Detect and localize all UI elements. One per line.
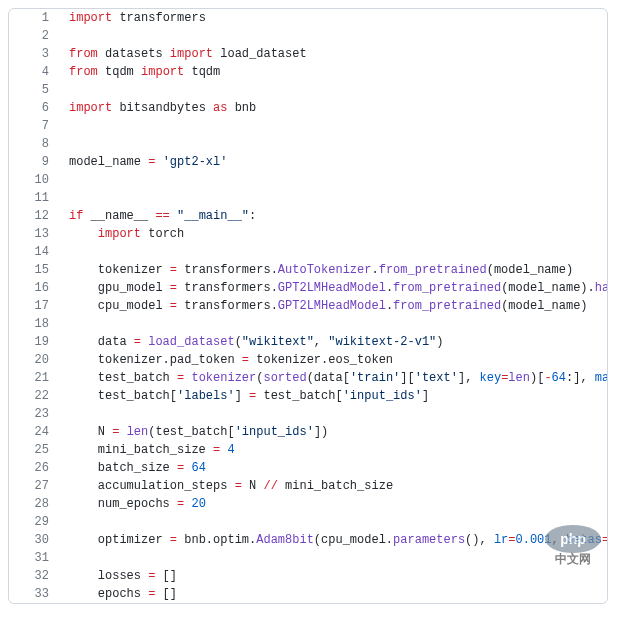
token: (test_batch[ [148, 425, 234, 439]
line-number: 21 [9, 369, 59, 387]
token [69, 227, 98, 241]
line-content [59, 549, 608, 567]
line-content [59, 135, 608, 153]
token: model_name [69, 155, 148, 169]
code-block: 1import transformers23from datasets impo… [8, 8, 608, 604]
token: 'labels' [177, 389, 235, 403]
token: losses [69, 569, 148, 583]
code-line: 27 accumulation_steps = N // mini_batch_… [9, 477, 608, 495]
code-line: 7 [9, 117, 608, 135]
line-number: 11 [9, 189, 59, 207]
token: load_dataset [148, 335, 234, 349]
line-content: mini_batch_size = 4 [59, 441, 608, 459]
line-content: losses = [] [59, 567, 608, 585]
code-line: 16 gpu_model = transformers.GPT2LMHeadMo… [9, 279, 608, 297]
line-number: 8 [9, 135, 59, 153]
token: = [170, 281, 177, 295]
token: ( [235, 335, 242, 349]
line-content: import transformers [59, 9, 608, 27]
token: ] [422, 389, 429, 403]
token: 'text' [415, 371, 458, 385]
token: (model_name) [501, 299, 587, 313]
token: import [69, 11, 112, 25]
line-number: 12 [9, 207, 59, 225]
line-content: tokenizer = transformers.AutoTokenizer.f… [59, 261, 608, 279]
token: : [249, 209, 256, 223]
line-content: num_epochs = 20 [59, 495, 608, 513]
code-line: 3from datasets import load_dataset [9, 45, 608, 63]
token: import [170, 47, 213, 61]
line-number: 17 [9, 297, 59, 315]
token: epochs [69, 587, 148, 601]
token: - [544, 371, 551, 385]
token: gpu_model [69, 281, 170, 295]
token: as [213, 101, 227, 115]
line-number: 5 [9, 81, 59, 99]
token: GPT2LMHeadModel [278, 299, 386, 313]
line-number: 18 [9, 315, 59, 333]
token: ], [458, 371, 480, 385]
token: lr [494, 533, 508, 547]
token: = [170, 299, 177, 313]
line-content [59, 405, 608, 423]
token: from_pretrained [393, 281, 501, 295]
line-number: 22 [9, 387, 59, 405]
code-line: 24 N = len(test_batch['input_ids']) [9, 423, 608, 441]
token: = [242, 353, 249, 367]
line-number: 16 [9, 279, 59, 297]
token: transformers [112, 11, 206, 25]
line-content [59, 117, 608, 135]
token: from_pretrained [393, 299, 501, 313]
token: [] [155, 569, 177, 583]
code-line: 1import transformers [9, 9, 608, 27]
token: 'train' [350, 371, 400, 385]
token: = [170, 533, 177, 547]
token: 'input_ids' [343, 389, 422, 403]
token: = [170, 263, 177, 277]
token: "wikitext-2-v1" [328, 335, 436, 349]
line-content: tokenizer.pad_token = tokenizer.eos_toke… [59, 351, 608, 369]
code-line: 25 mini_batch_size = 4 [9, 441, 608, 459]
token: 64 [191, 461, 205, 475]
token: GPT2LMHeadModel [278, 281, 386, 295]
line-content: from tqdm import tqdm [59, 63, 608, 81]
token: transformers. [177, 263, 278, 277]
token: = [508, 533, 515, 547]
line-number: 31 [9, 549, 59, 567]
token: N [242, 479, 264, 493]
line-content: test_batch['labels'] = test_batch['input… [59, 387, 608, 405]
token: from [69, 47, 98, 61]
token: 4 [227, 443, 234, 457]
token: transformers. [177, 299, 278, 313]
code-line: 26 batch_size = 64 [9, 459, 608, 477]
line-content: epochs = [] [59, 585, 608, 603]
token [170, 209, 177, 223]
token: (model_name). [501, 281, 595, 295]
token: __name__ [83, 209, 155, 223]
line-number: 29 [9, 513, 59, 531]
token: test_batch[ [69, 389, 177, 403]
line-content: if __name__ == "__main__": [59, 207, 608, 225]
token: = [235, 479, 242, 493]
line-content [59, 81, 608, 99]
token: (model_name) [487, 263, 573, 277]
code-line: 9model_name = 'gpt2-xl' [9, 153, 608, 171]
code-line: 18 [9, 315, 608, 333]
token: cpu_model [69, 299, 170, 313]
token: "wikitext" [242, 335, 314, 349]
token: "__main__" [177, 209, 249, 223]
line-number: 6 [9, 99, 59, 117]
code-line: 33 epochs = [] [9, 585, 608, 603]
token: datasets [98, 47, 170, 61]
line-number: 4 [9, 63, 59, 81]
code-line: 20 tokenizer.pad_token = tokenizer.eos_t… [9, 351, 608, 369]
line-number: 14 [9, 243, 59, 261]
token: batch_size [69, 461, 177, 475]
token: parameters [393, 533, 465, 547]
line-number: 2 [9, 27, 59, 45]
line-number: 13 [9, 225, 59, 243]
token: 'input_ids' [235, 425, 314, 439]
line-number: 7 [9, 117, 59, 135]
token: tqdm [98, 65, 141, 79]
line-content [59, 171, 608, 189]
